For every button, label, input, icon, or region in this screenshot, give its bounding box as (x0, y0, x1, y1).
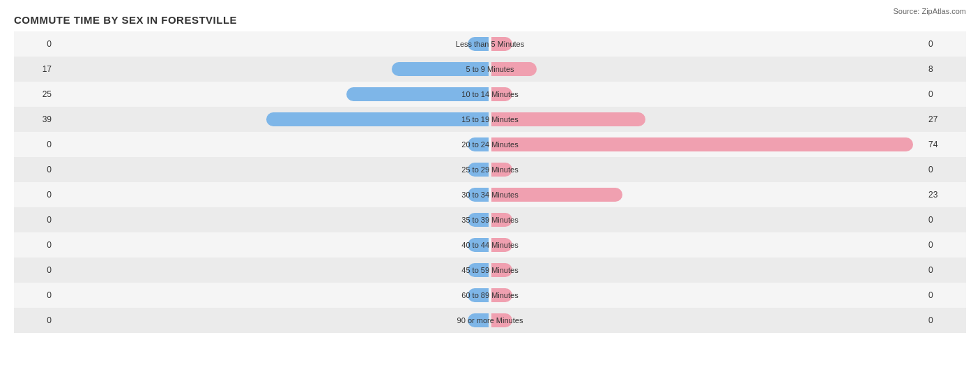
chart-area: 0Less than 5 Minutes0175 to 9 Minutes825… (14, 31, 966, 299)
male-value: 25 (14, 89, 56, 99)
male-value: 0 (14, 140, 56, 149)
female-value: 0 (924, 89, 966, 99)
bars-wrapper: 45 to 59 Minutes (56, 258, 924, 283)
male-bar (468, 188, 489, 202)
bars-wrapper: 15 to 19 Minutes (56, 107, 924, 132)
male-value: 0 (14, 315, 56, 325)
male-value: 0 (14, 190, 56, 200)
male-bar-section (56, 232, 490, 258)
female-bar-section (490, 258, 924, 283)
male-value: 0 (14, 290, 56, 300)
male-bar-section (56, 258, 490, 283)
female-value: 0 (924, 165, 966, 174)
male-bar (468, 37, 489, 51)
male-bar (392, 62, 489, 76)
bars-wrapper: 40 to 44 Minutes (56, 232, 924, 258)
female-value: 8 (924, 64, 966, 74)
male-value: 0 (14, 215, 56, 225)
female-bar (491, 238, 512, 252)
table-row: 035 to 39 Minutes0 (14, 207, 966, 232)
table-row: 2510 to 14 Minutes0 (14, 82, 966, 107)
table-row: 045 to 59 Minutes0 (14, 258, 966, 283)
female-bar-section (490, 182, 924, 207)
female-bar-section (490, 308, 924, 333)
bars-wrapper: 60 to 89 Minutes (56, 283, 924, 308)
female-value: 0 (924, 290, 966, 300)
table-row: 0Less than 5 Minutes0 (14, 31, 966, 57)
bars-wrapper: 20 to 24 Minutes (56, 132, 924, 157)
source-label: Source: ZipAtlas.com (893, 7, 966, 15)
table-row: 030 to 34 Minutes23 (14, 182, 966, 207)
table-row: 020 to 24 Minutes74 (14, 132, 966, 157)
bars-wrapper: 5 to 9 Minutes (56, 57, 924, 82)
female-bar (491, 163, 512, 177)
male-value: 0 (14, 240, 56, 250)
female-bar (491, 87, 512, 101)
female-value: 23 (924, 190, 966, 200)
male-bar-section (56, 182, 490, 207)
female-bar-section (490, 82, 924, 107)
table-row: 175 to 9 Minutes8 (14, 57, 966, 82)
female-bar (491, 37, 512, 51)
male-bar-section (56, 283, 490, 308)
male-bar (468, 238, 489, 252)
male-value: 39 (14, 114, 56, 124)
female-value: 0 (924, 240, 966, 250)
male-bar-section (56, 308, 490, 333)
bars-wrapper: 35 to 39 Minutes (56, 207, 924, 232)
female-bar (491, 188, 622, 202)
female-bar (491, 62, 537, 76)
female-bar-section (490, 107, 924, 132)
female-bar (491, 263, 512, 277)
male-value: 0 (14, 165, 56, 174)
male-bar-section (56, 57, 490, 82)
female-bar-section (490, 132, 924, 157)
female-bar-section (490, 31, 924, 57)
male-bar (468, 137, 489, 151)
bars-wrapper: 25 to 29 Minutes (56, 157, 924, 182)
female-bar (491, 137, 913, 151)
table-row: 040 to 44 Minutes0 (14, 232, 966, 258)
female-bar (491, 288, 512, 302)
chart-title: COMMUTE TIME BY SEX IN FORESTVILLE (14, 14, 966, 26)
female-value: 0 (924, 265, 966, 275)
female-bar-section (490, 157, 924, 182)
female-bar (491, 313, 512, 327)
female-bar-section (490, 207, 924, 232)
male-bar (468, 213, 489, 227)
table-row: 025 to 29 Minutes0 (14, 157, 966, 182)
male-bar-section (56, 31, 490, 57)
bars-wrapper: 10 to 14 Minutes (56, 82, 924, 107)
female-value: 27 (924, 114, 966, 124)
male-bar-section (56, 82, 490, 107)
male-value: 0 (14, 265, 56, 275)
female-value: 74 (924, 140, 966, 149)
female-bar-section (490, 232, 924, 258)
female-bar (491, 112, 645, 126)
male-bar-section (56, 207, 490, 232)
female-bar-section (490, 57, 924, 82)
table-row: 060 to 89 Minutes0 (14, 283, 966, 308)
male-bar (346, 87, 489, 101)
female-value: 0 (924, 315, 966, 325)
male-bar-section (56, 132, 490, 157)
male-bar (468, 288, 489, 302)
female-bar (491, 213, 512, 227)
male-bar (266, 112, 489, 126)
bars-wrapper: Less than 5 Minutes (56, 31, 924, 57)
chart-container: COMMUTE TIME BY SEX IN FORESTVILLE Sourc… (0, 0, 980, 365)
male-bar (468, 163, 489, 177)
male-bar-section (56, 107, 490, 132)
male-bar-section (56, 157, 490, 182)
male-bar (468, 313, 489, 327)
bars-wrapper: 30 to 34 Minutes (56, 182, 924, 207)
male-bar (468, 263, 489, 277)
male-value: 0 (14, 39, 56, 49)
table-row: 3915 to 19 Minutes27 (14, 107, 966, 132)
female-bar-section (490, 283, 924, 308)
female-value: 0 (924, 39, 966, 49)
bars-wrapper: 90 or more Minutes (56, 308, 924, 333)
table-row: 090 or more Minutes0 (14, 308, 966, 333)
female-value: 0 (924, 215, 966, 225)
male-value: 17 (14, 64, 56, 74)
